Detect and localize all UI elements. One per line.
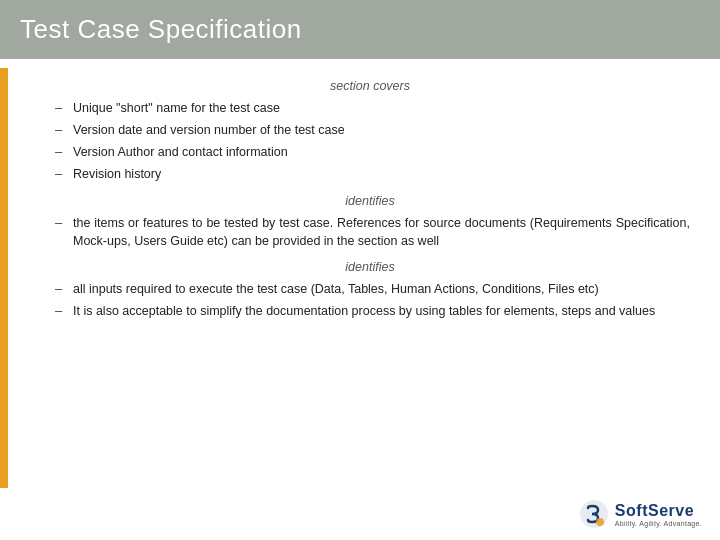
bullet-text: all inputs required to execute the test … bbox=[73, 280, 690, 298]
list-item: – Version Author and contact information bbox=[50, 143, 690, 162]
svg-point-1 bbox=[596, 518, 604, 526]
bullet-list-1: – Unique "short" name for the test case … bbox=[50, 99, 690, 183]
list-item: – Unique "short" name for the test case bbox=[50, 99, 690, 118]
slide-title: Test Case Specification bbox=[20, 14, 302, 45]
title-bar: Test Case Specification bbox=[0, 0, 720, 59]
dash-icon: – bbox=[55, 165, 73, 184]
list-item: – It is also acceptable to simplify the … bbox=[50, 302, 690, 321]
bullet-text: It is also acceptable to simplify the do… bbox=[73, 302, 690, 320]
list-item: – the items or features to be tested by … bbox=[50, 214, 690, 250]
section-label-3: identifies bbox=[50, 258, 690, 276]
dash-icon: – bbox=[55, 143, 73, 162]
bullet-text: the items or features to be tested by te… bbox=[73, 214, 690, 250]
dash-icon: – bbox=[55, 280, 73, 299]
section-label-1: section covers bbox=[50, 77, 690, 95]
accent-bar bbox=[0, 68, 8, 488]
list-item: – all inputs required to execute the tes… bbox=[50, 280, 690, 299]
slide-content: section covers – Unique "short" name for… bbox=[0, 59, 720, 337]
logo-name: SoftServe bbox=[615, 502, 694, 520]
bullet-list-3: – all inputs required to execute the tes… bbox=[50, 280, 690, 321]
logo-tagline: Ability. Agility. Advantage. bbox=[615, 520, 702, 527]
bullet-text: Unique "short" name for the test case bbox=[73, 99, 690, 117]
bullet-text: Version date and version number of the t… bbox=[73, 121, 690, 139]
dash-icon: – bbox=[55, 99, 73, 118]
dash-icon: – bbox=[55, 121, 73, 140]
logo-area: SoftServe Ability. Agility. Advantage. bbox=[578, 498, 702, 530]
dash-icon: – bbox=[55, 214, 73, 233]
section-label-2: identifies bbox=[50, 192, 690, 210]
bullet-list-2: – the items or features to be tested by … bbox=[50, 214, 690, 250]
list-item: – Version date and version number of the… bbox=[50, 121, 690, 140]
logo-text: SoftServe Ability. Agility. Advantage. bbox=[615, 502, 702, 527]
list-item: – Revision history bbox=[50, 165, 690, 184]
slide: Test Case Specification section covers –… bbox=[0, 0, 720, 540]
bullet-text: Version Author and contact information bbox=[73, 143, 690, 161]
bullet-text: Revision history bbox=[73, 165, 690, 183]
softserve-logo-icon bbox=[578, 498, 610, 530]
dash-icon: – bbox=[55, 302, 73, 321]
